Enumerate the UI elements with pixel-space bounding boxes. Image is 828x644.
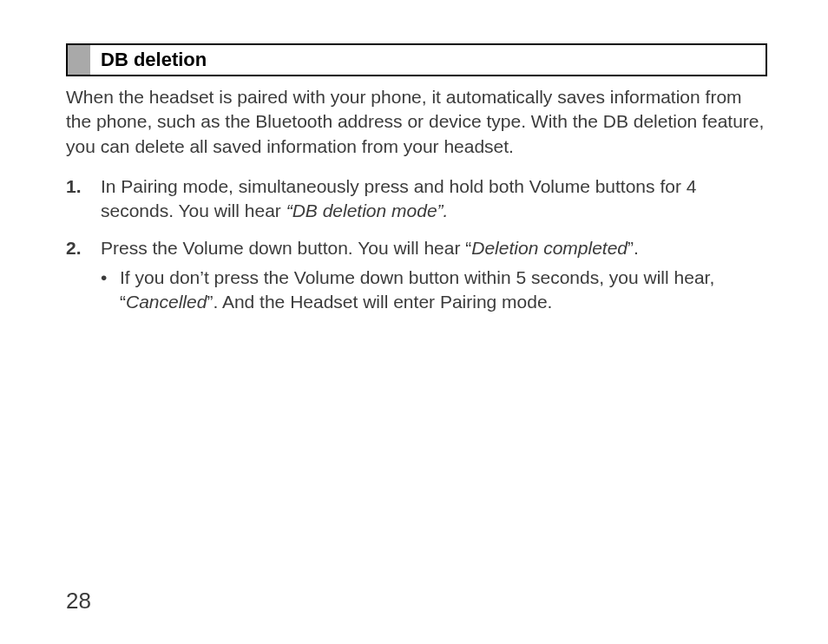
step-quote: Deletion completed — [471, 238, 628, 258]
step-quote: “DB deletion mode”. — [286, 200, 449, 220]
step-list: 1. In Pairing mode, simultaneously press… — [66, 174, 767, 315]
step-2: 2. Press the Volume down button. You wil… — [66, 236, 767, 315]
step-number: 2. — [66, 236, 101, 315]
bullet-icon: • — [101, 266, 120, 315]
step-number: 1. — [66, 174, 101, 224]
sub-body: If you don’t press the Volume down butto… — [120, 266, 767, 315]
step-1: 1. In Pairing mode, simultaneously press… — [66, 174, 767, 224]
sub-quote: Cancelled — [126, 292, 207, 312]
section-intro: When the headset is paired with your pho… — [66, 85, 767, 159]
step-body: Press the Volume down button. You will h… — [101, 236, 767, 315]
step-text: Press the Volume down button. You will h… — [101, 238, 471, 258]
step-body: In Pairing mode, simultaneously press an… — [101, 174, 767, 224]
sub-bullet: • If you don’t press the Volume down but… — [101, 266, 767, 315]
manual-page: DB deletion When the headset is paired w… — [0, 0, 828, 644]
page-number: 28 — [66, 588, 91, 614]
sub-text-after: ”. And the Headset will enter Pairing mo… — [207, 292, 552, 312]
section-marker — [68, 45, 90, 75]
section-header: DB deletion — [66, 43, 767, 76]
section-title: DB deletion — [90, 45, 207, 75]
step-text-after: ”. — [628, 238, 639, 258]
